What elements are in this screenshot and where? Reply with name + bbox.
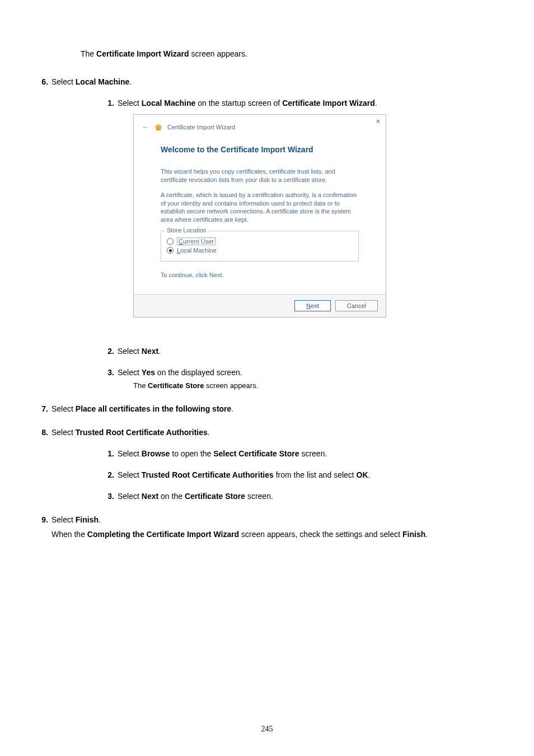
radio-current-user[interactable]: Current User <box>167 237 353 245</box>
step-6-num: 6. <box>34 77 48 86</box>
wizard-header: ← Certificate Import Wizard <box>134 115 386 132</box>
step-8-num: 8. <box>34 428 48 437</box>
step-6-sub-3-note: The Certificate Store screen appears. <box>133 381 500 390</box>
radio-icon <box>167 247 174 254</box>
page-number: 245 <box>0 725 534 734</box>
radio-selected-icon <box>169 249 172 252</box>
wizard-p1: This wizard helps you copy certificates,… <box>161 167 359 184</box>
step-8: 8. Select Trusted Root Certificate Autho… <box>34 428 500 437</box>
step-8-sub-3: 3. Select Next on the Certificate Store … <box>102 492 500 501</box>
intro-post: screen appears. <box>189 49 247 58</box>
step-6: 6. Select Local Machine. <box>34 77 500 86</box>
step-8-sub-2: 2. Select Trusted Root Certificate Autho… <box>102 470 500 479</box>
wizard-heading: Welcome to the Certificate Import Wizard <box>161 145 359 154</box>
step-6-text: Select Local Machine. <box>51 77 500 86</box>
store-location-group: Store Location Current User Local Machin… <box>161 231 359 262</box>
cancel-button[interactable]: Cancel <box>335 300 378 311</box>
radio-local-machine[interactable]: Local Machine <box>167 247 353 254</box>
step-7-num: 7. <box>34 404 48 413</box>
certificate-import-wizard-window: × ← Certificate Import Wizard Welcome to… <box>133 114 386 318</box>
radio-local-machine-label: Local Machine <box>177 247 217 254</box>
wizard-title: Certificate Import Wizard <box>167 124 235 130</box>
radio-current-user-label: Current User <box>177 237 216 245</box>
step-7: 7. Select Place all certificates in the … <box>34 404 500 413</box>
step-9-bold: Finish <box>76 515 99 524</box>
step-9-body: When the Completing the Certificate Impo… <box>51 530 500 539</box>
step-9: 9. Select Finish. When the Completing th… <box>34 515 500 539</box>
step-7-bold: Place all certificates in the following … <box>76 404 232 413</box>
wizard-continue-text: To continue, click Next. <box>161 272 359 278</box>
close-icon[interactable]: × <box>376 117 380 125</box>
step-9-num: 9. <box>34 515 48 539</box>
step-6-sub-1: 1. Select Local Machine on the startup s… <box>102 99 500 334</box>
radio-icon <box>167 238 174 245</box>
step-6-sub-2: 2. Select Next. <box>102 347 500 356</box>
step-8-bold: Trusted Root Certificate Authorities <box>76 428 208 437</box>
intro-bold: Certificate Import Wizard <box>96 49 189 58</box>
back-icon[interactable]: ← <box>142 123 149 132</box>
step-6-sub-3: 3. Select Yes on the displayed screen. T… <box>102 368 500 390</box>
certificate-icon <box>155 124 162 130</box>
wizard-p2: A certificate, which is issued by a cert… <box>161 191 359 224</box>
store-location-legend: Store Location <box>165 227 209 234</box>
next-button[interactable]: Next <box>294 300 331 311</box>
intro-line: The Certificate Import Wizard screen app… <box>81 49 500 58</box>
intro-pre: The <box>81 49 96 58</box>
step-8-sub-1: 1. Select Browse to open the Select Cert… <box>102 449 500 458</box>
step-6-bold: Local Machine <box>76 77 129 86</box>
wizard-footer: Next Cancel <box>134 294 386 317</box>
